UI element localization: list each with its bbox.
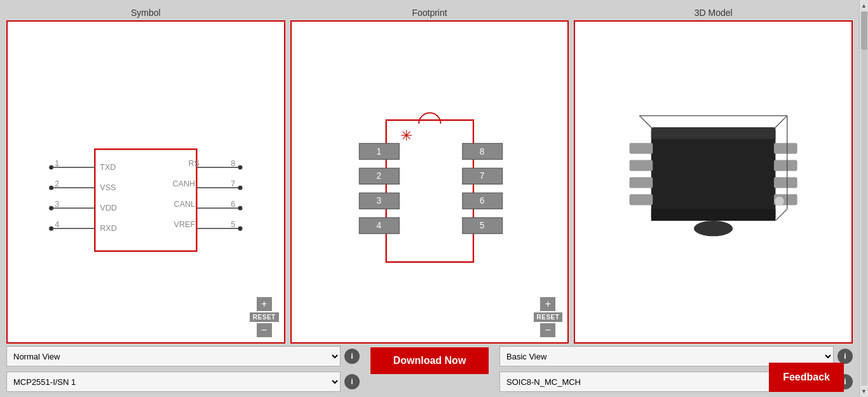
svg-text:8: 8 — [231, 159, 235, 168]
footprint-reset[interactable]: RESET — [534, 312, 563, 322]
svg-point-62 — [775, 197, 784, 206]
model3d-header: 3D Model — [574, 5, 853, 20]
svg-text:5: 5 — [480, 221, 485, 230]
symbol-part-info[interactable]: i — [344, 374, 360, 389]
svg-line-64 — [640, 116, 651, 127]
svg-text:CANL: CANL — [174, 200, 196, 209]
svg-text:6: 6 — [480, 196, 485, 205]
svg-rect-51 — [651, 127, 776, 221]
svg-text:RXD: RXD — [100, 224, 117, 233]
footprint-header: Footprint — [290, 5, 569, 20]
bottom-controls-row: Normal View Simplified View Detailed Vie… — [6, 346, 853, 392]
svg-text:✳: ✳ — [400, 127, 412, 144]
svg-text:7: 7 — [231, 179, 235, 188]
footprint-zoom-out[interactable]: − — [540, 323, 555, 337]
svg-point-10 — [49, 206, 53, 211]
svg-text:RS: RS — [188, 159, 199, 168]
symbol-box: 1 TXD 2 VSS 3 VDD 4 RXD — [6, 20, 285, 344]
left-controls: Normal View Simplified View Detailed Vie… — [6, 346, 360, 392]
svg-text:6: 6 — [231, 200, 235, 209]
symbol-reset[interactable]: RESET — [250, 312, 279, 322]
svg-point-18 — [238, 165, 243, 170]
svg-text:VSS: VSS — [100, 183, 116, 192]
svg-text:5: 5 — [231, 220, 235, 229]
symbol-part-row: MCP2551-I/SN 1 i — [6, 372, 360, 392]
symbol-view-row: Normal View Simplified View Detailed Vie… — [6, 346, 360, 366]
svg-point-30 — [238, 226, 243, 231]
svg-rect-55 — [630, 160, 653, 171]
svg-line-66 — [775, 209, 787, 221]
svg-rect-60 — [774, 178, 797, 188]
svg-text:8: 8 — [480, 147, 485, 157]
model3d-panel: 3D Model — [574, 5, 853, 344]
svg-rect-58 — [774, 143, 797, 154]
svg-point-26 — [238, 206, 243, 211]
symbol-view-info[interactable]: i — [344, 349, 360, 364]
symbol-panel: Symbol 1 TXD 2 VSS 3 VD — [6, 5, 285, 344]
svg-line-65 — [775, 116, 787, 127]
svg-point-2 — [49, 165, 53, 170]
feedback-button[interactable]: Feedback — [769, 363, 844, 392]
svg-text:4: 4 — [55, 220, 59, 229]
footprint-panel: Footprint ✳ 1 2 — [290, 5, 569, 344]
svg-text:1: 1 — [376, 147, 381, 157]
footprint-controls: + RESET − — [534, 297, 563, 337]
symbol-view-select[interactable]: Normal View Simplified View Detailed Vie… — [6, 346, 341, 366]
center-controls: Download Now — [360, 346, 499, 392]
svg-point-63 — [694, 221, 733, 236]
scrollbar[interactable]: ▲ ▼ — [859, 0, 868, 397]
svg-point-6 — [49, 186, 53, 190]
model3d-svg — [589, 38, 837, 326]
symbol-svg: 1 TXD 2 VSS 3 VDD 4 RXD — [8, 22, 284, 342]
svg-text:3: 3 — [55, 200, 59, 209]
svg-text:VREF: VREF — [174, 220, 196, 229]
footprint-box: ✳ 1 2 3 4 — [290, 20, 569, 344]
svg-rect-33 — [386, 120, 473, 262]
svg-text:2: 2 — [55, 179, 59, 188]
svg-text:VDD: VDD — [100, 204, 117, 212]
svg-rect-52 — [651, 127, 776, 139]
symbol-zoom-out[interactable]: − — [257, 323, 272, 337]
symbol-zoom-in[interactable]: + — [257, 297, 272, 311]
svg-rect-53 — [651, 209, 776, 221]
svg-rect-57 — [630, 195, 653, 205]
scroll-down-arrow[interactable]: ▼ — [860, 387, 868, 396]
model3d-box — [574, 20, 853, 344]
svg-point-14 — [49, 226, 53, 231]
footprint-svg: ✳ 1 2 3 4 — [292, 22, 568, 342]
download-button[interactable]: Download Now — [370, 347, 489, 374]
svg-point-22 — [238, 186, 243, 190]
scrollbar-track — [861, 11, 867, 386]
svg-rect-56 — [630, 178, 653, 188]
panels-row: Symbol 1 TXD 2 VSS 3 VD — [6, 5, 853, 344]
symbol-part-select[interactable]: MCP2551-I/SN 1 — [6, 372, 341, 392]
svg-text:4: 4 — [376, 221, 381, 230]
scroll-up-arrow[interactable]: ▲ — [860, 1, 868, 10]
symbol-header: Symbol — [6, 5, 285, 20]
svg-text:1: 1 — [55, 159, 59, 168]
svg-rect-59 — [774, 160, 797, 171]
svg-text:CANH: CANH — [172, 179, 195, 188]
footprint-zoom-in[interactable]: + — [540, 297, 555, 311]
svg-text:7: 7 — [480, 171, 485, 181]
footprint-view-info[interactable]: i — [837, 349, 853, 364]
symbol-controls: + RESET − — [250, 297, 279, 337]
svg-text:2: 2 — [376, 171, 381, 181]
svg-rect-54 — [630, 143, 653, 154]
scrollbar-thumb[interactable] — [861, 11, 867, 50]
svg-text:3: 3 — [376, 196, 381, 205]
svg-text:TXD: TXD — [100, 163, 116, 172]
